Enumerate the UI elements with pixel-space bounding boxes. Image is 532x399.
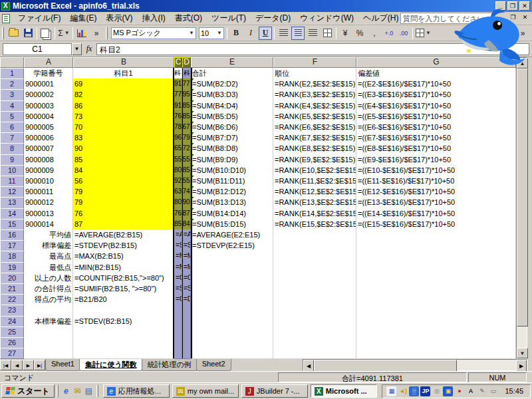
cell-F3[interactable]: =RANK(E3,$E$2:$E$15) (273, 89, 356, 100)
cell-G7[interactable]: =((E7-$E$16)/$E$17)*10+50 (356, 132, 516, 144)
row-header-22[interactable]: 22 (0, 294, 24, 305)
cell-F6[interactable]: =RANK(E6,$E$2:$E$15) (273, 122, 356, 133)
vertical-scrollbar[interactable]: ▲ ▼ (516, 57, 527, 359)
question-input[interactable]: 質問を入力してください (400, 13, 493, 24)
column-header-A[interactable]: A (24, 57, 73, 68)
comma-style-button[interactable]: , (368, 27, 381, 40)
mail-notifier-icon[interactable]: ▣ (443, 386, 453, 396)
row-header-9[interactable]: 9 (0, 154, 24, 166)
cell-E10[interactable]: =SUM(B10:D10) (191, 165, 273, 176)
workbook-restore-button[interactable]: ❐ (508, 13, 518, 23)
row-header-21[interactable]: 21 (0, 283, 24, 295)
menu-view[interactable]: 表示(V) (101, 11, 137, 25)
column-header-F[interactable]: F (273, 57, 356, 68)
scroll-down-button[interactable]: ▼ (517, 348, 528, 358)
cell-B23[interactable] (73, 305, 174, 316)
cell-E14[interactable]: =SUM(B14:D14) (191, 208, 273, 219)
cell-D4[interactable]: 85 (182, 100, 191, 112)
cell-D23[interactable] (182, 305, 191, 316)
atok-ball-icon[interactable]: ● (454, 386, 464, 396)
cell-F7[interactable]: =RANK(E7,$E$2:$E$15) (273, 132, 356, 144)
cell-E2[interactable]: =SUM(B2:D2) (191, 78, 273, 90)
cell-D17[interactable]: =S (182, 240, 191, 251)
row-header-16[interactable]: 16 (0, 229, 24, 241)
row-header-8[interactable]: 8 (0, 143, 24, 154)
cell-E9[interactable]: =SUM(B9:D9) (191, 154, 273, 166)
cell-D20[interactable]: =C (182, 273, 191, 284)
cell-D5[interactable]: 85 (182, 111, 191, 122)
cell-G12[interactable]: =((E12-$E$16)/$E$17)*10+50 (356, 186, 516, 198)
toolbar-options-button[interactable]: » (90, 27, 103, 40)
cell-E16[interactable]: =AVERAGE(E2:E15) (191, 229, 273, 241)
row-header-20[interactable]: 20 (0, 273, 24, 284)
prev-sheet-button[interactable]: ◀ (11, 360, 23, 370)
cell-B3[interactable]: 82 (73, 89, 174, 100)
insert-function-button[interactable]: fx (82, 44, 96, 54)
cell-A23[interactable] (24, 305, 73, 316)
cell-B10[interactable]: 84 (73, 165, 174, 176)
row-header-17[interactable]: 17 (0, 240, 24, 251)
cell-F17[interactable] (273, 240, 356, 251)
column-header-E[interactable]: E (191, 57, 273, 68)
align-center-button[interactable] (291, 27, 305, 40)
cell-D2[interactable]: 77 (182, 78, 191, 90)
volume-icon[interactable]: ◄) (398, 386, 408, 396)
row-header-7[interactable]: 7 (0, 132, 24, 144)
taskbar-button-mail-task[interactable]: ✉my own mail... (172, 384, 239, 398)
cell-E8[interactable]: =SUM(B8:D8) (191, 143, 273, 154)
column-header-G[interactable]: G (356, 57, 516, 68)
cell-E26[interactable] (191, 337, 273, 348)
cell-F12[interactable]: =RANK(E12,$E$2:$E$15) (273, 186, 356, 198)
cell-D19[interactable]: =M (182, 262, 191, 273)
cell-B25[interactable] (73, 327, 174, 338)
currency-style-button[interactable]: ¥ (338, 27, 352, 40)
row-header-6[interactable]: 6 (0, 122, 24, 133)
workbook-minimize-button[interactable]: _ (496, 13, 506, 23)
cell-B5[interactable]: 73 (73, 111, 174, 122)
cell-C26[interactable] (174, 337, 182, 348)
sheet-tab-sheet2[interactable]: Sheet2 (196, 359, 231, 371)
cell-F16[interactable] (273, 229, 356, 241)
autosum-button[interactable]: Σ▼ (57, 27, 70, 40)
cell-B18[interactable]: =MAX(B2:B15) (73, 251, 174, 262)
cell-F9[interactable]: =RANK(E9,$E$2:$E$15) (273, 154, 356, 166)
cell-C14[interactable]: 76 (174, 208, 182, 219)
cell-C18[interactable]: =M (174, 251, 182, 262)
cell-C16[interactable]: =A (174, 229, 182, 241)
close-button[interactable]: ✕ (519, 1, 530, 11)
cell-D16[interactable]: =A (182, 229, 191, 241)
row-header-25[interactable]: 25 (0, 327, 24, 338)
cell-G14[interactable]: =((E14-$E$16)/$E$17)*10+50 (356, 208, 516, 219)
restore-button[interactable]: ❐ (507, 1, 518, 11)
cell-F26[interactable] (273, 337, 356, 348)
cell-D1[interactable]: 科目3 (182, 68, 191, 79)
cell-G9[interactable]: =((E9-$E$16)/$E$17)*10+50 (356, 154, 516, 166)
menu-data[interactable]: データ(D) (251, 11, 295, 25)
row-header-19[interactable]: 19 (0, 262, 24, 273)
cell-C17[interactable]: =S (174, 240, 182, 251)
column-header-C[interactable]: C (174, 57, 182, 68)
cell-F24[interactable] (273, 316, 356, 327)
cell-E27[interactable] (191, 348, 273, 359)
cell-B16[interactable]: =AVERAGE(B2:B15) (73, 229, 174, 241)
cell-F15[interactable]: =RANK(E15,$E$2:$E$15) (273, 219, 356, 230)
cell-B8[interactable]: 90 (73, 143, 174, 154)
sheet-tab-sheet1[interactable]: Sheet1 (45, 359, 80, 371)
scroll-up-button[interactable]: ▲ (517, 58, 528, 68)
scroll-right-button[interactable]: ▶ (516, 360, 527, 372)
row-header-11[interactable]: 11 (0, 176, 24, 187)
quicklaunch-desktop-icon[interactable]: ▤ (83, 386, 94, 397)
chart-wizard-button[interactable] (75, 27, 88, 40)
cell-F13[interactable]: =RANK(E13,$E$2:$E$15) (273, 197, 356, 208)
italic-button[interactable]: I (244, 27, 257, 40)
cell-G13[interactable]: =((E13-$E$16)/$E$17)*10+50 (356, 197, 516, 208)
row-header-12[interactable]: 12 (0, 186, 24, 198)
cell-F22[interactable] (273, 294, 356, 305)
cell-C19[interactable]: =M (174, 262, 182, 273)
select-all-corner[interactable] (0, 57, 24, 68)
cell-E4[interactable]: =SUM(B4:D4) (191, 100, 273, 112)
cell-A20[interactable]: 以上の人数 (24, 273, 73, 284)
cell-E12[interactable]: =SUM(B12:D12) (191, 186, 273, 198)
cell-G8[interactable]: =((E8-$E$16)/$E$17)*10+50 (356, 143, 516, 154)
cell-B13[interactable]: 79 (73, 197, 174, 208)
